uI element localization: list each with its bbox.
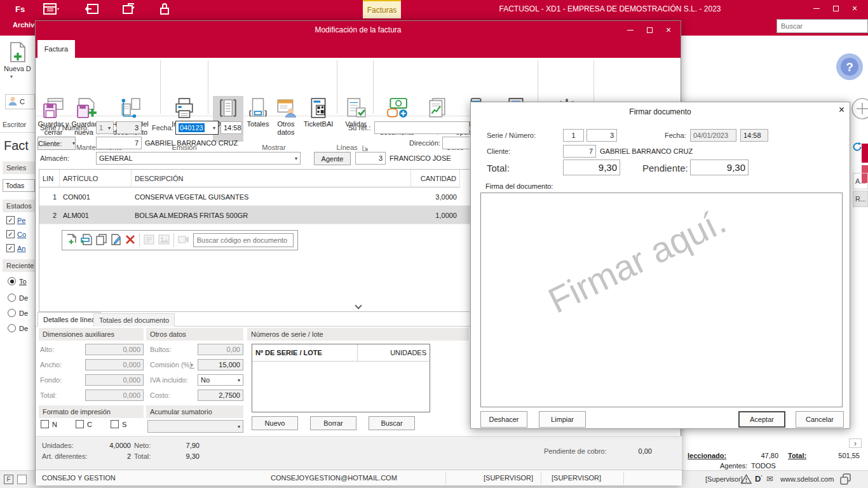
table-row[interactable]: 1 CON001 CONSERVA VEGETAL GUISANTES 3,00… bbox=[39, 187, 470, 206]
cliente-codigo-input[interactable]: 7 bbox=[96, 137, 142, 149]
sign-serie-input[interactable]: 1 bbox=[563, 129, 584, 142]
sign-numero-input[interactable]: 3 bbox=[587, 129, 617, 142]
bultos-input[interactable]: 0,00 bbox=[198, 344, 243, 355]
serie-select[interactable]: 1▾ bbox=[96, 121, 114, 134]
reciente-todas-radio[interactable]: To bbox=[8, 277, 27, 285]
total-dim-input[interactable]: 0,000 bbox=[85, 390, 144, 401]
sign-close-button[interactable]: × bbox=[839, 104, 844, 116]
lote-col-unidades[interactable]: UNIDADES bbox=[358, 344, 430, 362]
app-logo[interactable]: Fs bbox=[15, 4, 25, 14]
agente-button[interactable]: Agente bbox=[314, 152, 351, 165]
ribbon-guardar-nueva-button[interactable]: Guardar y nueva ▾ bbox=[69, 96, 105, 142]
direccion-input[interactable] bbox=[442, 137, 470, 149]
sign-hora-input[interactable]: 14:58 bbox=[740, 129, 768, 142]
iva-select[interactable]: No▾ bbox=[198, 374, 243, 386]
agente-codigo-input[interactable]: 3 bbox=[355, 152, 386, 165]
ribbon-guardar-cerrar-button[interactable]: Guardar y cerrar bbox=[37, 96, 69, 142]
nueva-dropdown-arrow[interactable]: ▾ bbox=[10, 74, 13, 79]
hscroll-right-button[interactable]: › bbox=[849, 438, 862, 448]
reciente-radio-4[interactable]: De bbox=[8, 324, 28, 332]
line-search-input[interactable] bbox=[193, 233, 294, 247]
ribbon-totales-button[interactable]: Totales bbox=[245, 96, 271, 142]
new-document-icon[interactable] bbox=[8, 42, 28, 65]
table-row-selected[interactable]: 2 ALM001 BOLSA ALMEDRAS FRITAS 500GR 1,0… bbox=[39, 206, 470, 224]
tab-detalles-linea[interactable]: Detalles de línea bbox=[37, 312, 101, 327]
reciente-radio-3[interactable]: De bbox=[8, 309, 28, 317]
add-line-icon[interactable] bbox=[66, 234, 77, 247]
signature-canvas[interactable]: Firmar aquí. bbox=[480, 193, 843, 407]
tab-escritorio[interactable]: Escritor bbox=[3, 121, 26, 128]
aceptar-button[interactable]: Aceptar bbox=[738, 411, 785, 428]
calendar-icon[interactable] bbox=[43, 3, 60, 17]
hora-input[interactable]: 14:58 bbox=[220, 121, 242, 134]
image-icon[interactable] bbox=[158, 234, 170, 246]
window-badge-icon[interactable] bbox=[17, 475, 27, 484]
nuevo-button[interactable]: Nuevo bbox=[252, 416, 298, 430]
acumular-select[interactable]: ▾ bbox=[147, 420, 243, 433]
estado-pendientes-checkbox[interactable]: ✓Pe bbox=[6, 216, 25, 224]
ribbon-imprimir-button[interactable]: Imprimir▾ bbox=[165, 96, 203, 142]
cancelar-button[interactable]: Cancelar bbox=[796, 411, 844, 428]
alto-input[interactable]: 0,000 bbox=[85, 344, 144, 355]
ribbon-validar-button[interactable]: Validar bbox=[341, 96, 371, 142]
mail-icon[interactable]: ✉ bbox=[766, 474, 773, 484]
invoice-close-button[interactable]: × bbox=[659, 24, 678, 36]
main-search-input[interactable] bbox=[776, 19, 868, 33]
main-minimize-button[interactable] bbox=[807, 2, 826, 15]
list-column-fragment-a[interactable]: A... bbox=[853, 173, 868, 189]
copy-line-icon[interactable] bbox=[96, 234, 107, 247]
delete-line-icon[interactable] bbox=[125, 234, 135, 246]
col-header-lin[interactable]: LIN bbox=[39, 170, 60, 187]
ancho-input[interactable]: 0,000 bbox=[85, 359, 144, 370]
ribbon-otros-datos-button[interactable]: Otros datos bbox=[271, 96, 301, 142]
help-icon[interactable]: ? bbox=[835, 52, 864, 83]
sidebar-nueva-button[interactable]: Nueva D bbox=[4, 65, 31, 72]
website-link[interactable]: www.sdelsol.com bbox=[780, 475, 834, 483]
limpiar-button[interactable]: Limpiar bbox=[539, 411, 586, 428]
refresh-icon[interactable] bbox=[851, 141, 863, 154]
add-icon[interactable] bbox=[851, 97, 868, 121]
warning-icon[interactable] bbox=[741, 474, 752, 485]
fondo-input[interactable]: 0,000 bbox=[85, 374, 144, 386]
ribbon-cobrar-button[interactable]: Cobrar el documento bbox=[377, 96, 417, 142]
ribbon-historial-button[interactable]: Historial del documento bbox=[105, 96, 156, 142]
invoice-maximize-button[interactable] bbox=[640, 24, 659, 36]
main-maximize-button[interactable] bbox=[826, 2, 845, 15]
comision-input[interactable]: 15,000 bbox=[198, 359, 243, 370]
expand-lines-chevron[interactable] bbox=[356, 302, 361, 309]
ribbon-consultas-button[interactable]: Consultas▾ bbox=[419, 96, 454, 142]
invoice-minimize-button[interactable] bbox=[621, 24, 640, 36]
list-column-fragment-r[interactable]: R... bbox=[853, 191, 868, 207]
cliente-button[interactable]: Cliente:▾ bbox=[37, 137, 76, 150]
lock-icon[interactable] bbox=[159, 3, 170, 17]
tab-totales-documento[interactable]: Totales del documento bbox=[93, 313, 175, 327]
almacen-select[interactable]: GENERAL▾ bbox=[96, 152, 301, 165]
insert-line-icon[interactable] bbox=[81, 234, 92, 247]
formato-check-n[interactable]: N bbox=[41, 420, 57, 428]
ribbon-detalles-button[interactable]: Detalles bbox=[213, 96, 243, 142]
buscar-button[interactable]: Buscar bbox=[369, 416, 415, 430]
edit-line-icon[interactable] bbox=[111, 234, 121, 247]
sign-total-input[interactable]: 9,30 bbox=[563, 159, 620, 175]
export-icon[interactable] bbox=[122, 3, 136, 16]
video-icon[interactable] bbox=[178, 234, 189, 246]
borrar-button[interactable]: Borrar bbox=[310, 416, 356, 430]
copy-icon[interactable] bbox=[840, 473, 851, 486]
su-ref-input[interactable] bbox=[374, 121, 470, 134]
comision-dropdown-arrow[interactable]: ▾ bbox=[189, 362, 194, 369]
formato-check-s[interactable]: S bbox=[111, 420, 126, 428]
module-tab-facturas[interactable]: Facturas bbox=[363, 0, 401, 18]
ribbon-ticketbai-button[interactable]: TicketBAI bbox=[302, 96, 335, 142]
deshacer-button[interactable]: Deshacer bbox=[480, 411, 527, 428]
sign-cliente-codigo-input[interactable]: 7 bbox=[563, 145, 596, 158]
estado-cobradas-checkbox[interactable]: ✓Co bbox=[6, 230, 26, 238]
tab-factura[interactable]: Factura bbox=[37, 40, 75, 58]
series-select[interactable]: Todas bbox=[3, 179, 35, 192]
f-badge[interactable]: F bbox=[4, 475, 13, 484]
col-header-descripcion[interactable]: DESCRIPCIÓN bbox=[132, 170, 411, 187]
formato-check-c[interactable]: C bbox=[76, 420, 92, 428]
main-close-button[interactable]: × bbox=[845, 2, 864, 15]
reciente-radio-2[interactable]: De bbox=[8, 294, 28, 302]
estado-anuladas-checkbox[interactable]: ✓An bbox=[6, 244, 25, 252]
sign-fecha-input[interactable]: 04/01/2023 bbox=[690, 129, 736, 142]
